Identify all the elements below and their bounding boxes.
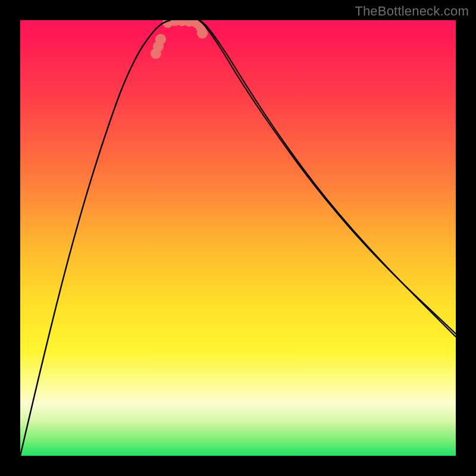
cluster-dot <box>197 28 208 39</box>
watermark-text: TheBottleneck.com <box>355 4 469 19</box>
right-curve-1 <box>199 20 456 334</box>
plot-svg <box>20 20 456 456</box>
cluster-dot <box>155 34 166 45</box>
chart-frame: TheBottleneck.com <box>0 0 476 476</box>
left-curve <box>20 20 170 456</box>
plot-area <box>20 20 456 456</box>
right-curve-2 <box>200 20 456 337</box>
